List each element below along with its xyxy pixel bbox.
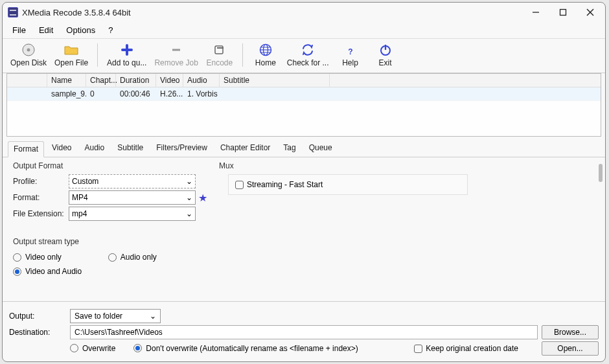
app-icon <box>8 7 18 17</box>
chevron-down-icon: ⌄ <box>186 193 192 202</box>
radio-video-only[interactable]: Video only <box>9 250 65 264</box>
col-video[interactable]: Video <box>156 74 183 87</box>
output-combo[interactable]: Save to folder⌄ <box>70 309 161 323</box>
disc-icon <box>21 43 36 57</box>
col-subtitle[interactable]: Subtitle <box>220 74 330 87</box>
grid-header: Name Chapt... Duration Video Audio Subti… <box>7 74 601 87</box>
grid-row[interactable]: sample_9... 0 00:00:46 H.26... 1. Vorbis… <box>7 87 601 101</box>
menubar: File Edit Options ? <box>3 22 605 39</box>
menu-options[interactable]: Options <box>60 23 101 37</box>
menu-edit[interactable]: Edit <box>33 23 59 37</box>
toolbar: Open Disk Open File Add to qu... Remove … <box>3 39 605 73</box>
check-update-button[interactable]: Check for ... <box>283 41 333 69</box>
exit-button[interactable]: Exit <box>368 41 403 69</box>
favorite-icon[interactable]: ★ <box>198 192 207 204</box>
tab-audio[interactable]: Audio <box>80 141 110 157</box>
tab-filters[interactable]: Filters/Preview <box>151 141 213 157</box>
output-format-title: Output Format <box>13 161 215 170</box>
menu-help[interactable]: ? <box>102 23 119 37</box>
profile-label: Profile: <box>9 177 69 186</box>
ext-label: File Extension: <box>9 209 69 218</box>
destination-input[interactable]: C:\Users\Tashreef\Videos <box>70 325 538 339</box>
col-name[interactable]: Name <box>47 74 86 87</box>
folder-icon <box>63 43 79 57</box>
format-combo[interactable]: MP4⌄ <box>69 190 196 205</box>
dest-label: Destination: <box>9 328 66 337</box>
encode-button[interactable]: Encode <box>202 41 237 69</box>
format-panel: Output Format Profile: Custom⌄ Format: M… <box>3 157 605 301</box>
svg-rect-1 <box>560 10 566 16</box>
tab-subtitle[interactable]: Subtitle <box>112 141 148 157</box>
add-queue-button[interactable]: Add to qu... <box>103 41 150 69</box>
file-grid[interactable]: Name Chapt... Duration Video Audio Subti… <box>6 73 601 137</box>
output-label: Output: <box>9 312 66 321</box>
tab-chapter[interactable]: Chapter Editor <box>215 141 275 157</box>
open-disk-button[interactable]: Open Disk <box>6 41 51 69</box>
col-chapter[interactable]: Chapt... <box>86 74 116 87</box>
tab-queue[interactable]: Queue <box>304 141 338 157</box>
power-icon <box>378 43 393 57</box>
tab-video[interactable]: Video <box>47 141 76 157</box>
tab-bar: Format Video Audio Subtitle Filters/Prev… <box>3 137 605 157</box>
plus-icon <box>119 43 135 57</box>
radio-dont-overwrite[interactable]: Don't overwrite (Automatically rename as… <box>133 344 358 353</box>
maximize-button[interactable] <box>549 3 577 21</box>
radio-overwrite[interactable]: Overwrite <box>70 344 115 353</box>
profile-combo[interactable]: Custom⌄ <box>69 174 196 188</box>
bottom-panel: Output: Save to folder⌄ Destination: C:\… <box>3 301 605 361</box>
format-label: Format: <box>9 193 69 202</box>
browse-button[interactable]: Browse... <box>542 325 599 339</box>
svg-point-5 <box>27 49 30 52</box>
ext-combo[interactable]: mp4⌄ <box>69 207 196 221</box>
refresh-icon <box>300 43 316 57</box>
radio-audio-only[interactable]: Audio only <box>104 250 161 264</box>
tab-tag[interactable]: Tag <box>278 141 301 157</box>
open-button[interactable]: Open... <box>542 341 599 356</box>
chevron-down-icon: ⌄ <box>186 209 192 218</box>
help-button[interactable]: ? Help <box>333 41 368 69</box>
chevron-down-icon: ⌄ <box>150 312 156 321</box>
minimize-button[interactable] <box>522 3 549 21</box>
close-button[interactable] <box>577 3 604 21</box>
scrollbar[interactable] <box>599 164 603 182</box>
menu-file[interactable]: File <box>6 23 32 37</box>
streaming-checkbox[interactable]: Streaming - Fast Start <box>235 180 323 189</box>
home-button[interactable]: Home <box>248 41 283 69</box>
col-duration[interactable]: Duration <box>116 74 156 87</box>
titlebar[interactable]: XMedia Recode 3.5.8.4 64bit <box>3 3 605 22</box>
stream-title: Output stream type <box>13 237 599 246</box>
keep-date-checkbox[interactable]: Keep original creation date <box>414 344 518 353</box>
svg-rect-7 <box>215 46 223 54</box>
window-title: XMedia Recode 3.5.8.4 64bit <box>22 8 131 17</box>
question-icon: ? <box>343 43 358 57</box>
open-file-button[interactable]: Open File <box>51 41 92 69</box>
encode-icon <box>212 43 227 57</box>
mux-title: Mux <box>219 161 468 170</box>
tab-format[interactable]: Format <box>8 141 44 157</box>
chevron-down-icon: ⌄ <box>186 177 192 186</box>
radio-video-audio[interactable]: Video and Audio <box>9 264 599 279</box>
minus-icon <box>168 43 184 57</box>
remove-job-button[interactable]: Remove Job <box>150 41 201 69</box>
svg-rect-8 <box>217 47 224 49</box>
svg-text:?: ? <box>348 47 352 56</box>
globe-icon <box>258 43 273 57</box>
col-audio[interactable]: Audio <box>183 74 220 87</box>
